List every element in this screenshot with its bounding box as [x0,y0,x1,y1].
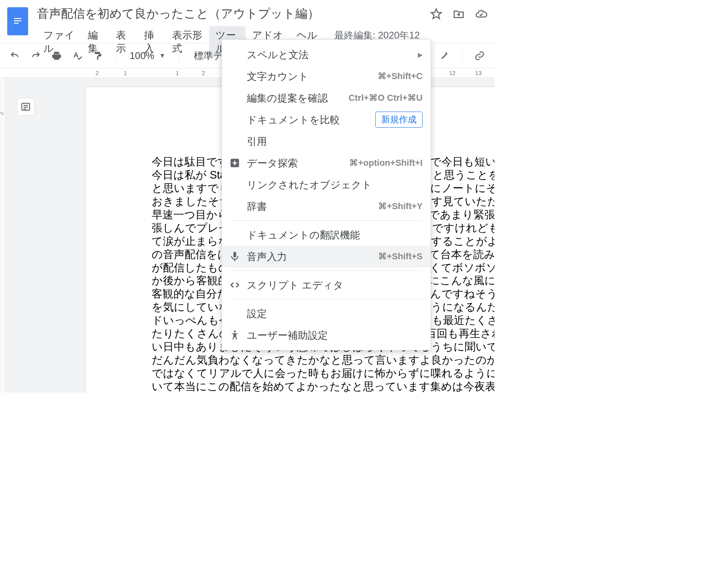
text-line[interactable]: いて本当にこの配信を始めてよかったなと思っています集めは今夜表情の演技 [152,380,494,393]
svg-rect-1 [14,20,22,21]
svg-rect-11 [234,252,236,257]
menu-review-suggestions[interactable]: 編集の提案を確認 Ctrl+⌘O Ctrl+⌘U [222,87,431,109]
menu-script-editor[interactable]: スクリプト エディタ [222,274,431,296]
menu-separator [230,271,423,271]
redo-button[interactable] [29,49,43,63]
menu-linked-objects[interactable]: リンクされたオブジェクト [222,174,431,195]
menu-item-label: ドキュメントの翻訳機能 [247,228,360,242]
text-line[interactable]: だんだん気負わなくなってきたかなと思って言いますよ良かったのかなと思ってい [152,354,494,367]
move-folder-icon[interactable] [453,8,465,20]
print-button[interactable] [50,49,63,63]
menu-item-label: スペルと文法 [247,48,309,61]
ruler-tick: 1 [176,69,179,76]
menu-citations[interactable]: 引用 [222,130,431,152]
svg-rect-0 [14,18,22,19]
menu-voice-typing[interactable]: 音声入力 ⌘+Shift+S [222,246,431,267]
menu-word-count[interactable]: 文字カウント ⌘+Shift+C [222,65,431,87]
menu-spelling-grammar[interactable]: スペルと文法 ▶ [222,44,431,65]
menu-item-label: 編集の提案を確認 [247,92,328,105]
star-icon[interactable] [430,8,442,20]
menu-item-label: ユーザー補助設定 [247,329,328,342]
menu-item-label: 音声入力 [247,250,287,263]
insert-link-button[interactable] [473,49,486,63]
paint-format-button[interactable] [92,49,105,63]
ruler-tick: 2 [0,112,4,115]
menu-item-label: データ探索 [247,157,298,170]
outline-toggle-button[interactable] [17,98,35,116]
menu-compare-documents[interactable]: ドキュメントを比較 新規作成 [222,109,431,130]
ruler-tick: 2 [96,69,99,76]
spellcheck-button[interactable]: A [71,49,84,63]
svg-rect-2 [14,23,19,24]
undo-button[interactable] [8,49,22,63]
chevron-down-icon: ▼ [159,52,165,59]
menu-preferences[interactable]: 設定 [222,303,431,324]
ruler-tick: 13 [475,69,482,76]
cloud-status-icon[interactable] [475,8,487,20]
shortcut-label: ⌘+Shift+S [378,251,423,262]
toolbar-separator [179,50,179,62]
menu-separator [230,220,423,221]
shortcut-label: ⌘+Shift+C [378,71,423,81]
docs-logo[interactable] [7,7,28,35]
menu-item-label: 設定 [247,307,267,320]
shortcut-label: Ctrl+⌘O Ctrl+⌘U [348,93,423,103]
zoom-select[interactable]: 100% ▼ [126,50,169,61]
text-line[interactable]: ではなくてリアルで人に会った時もお届けに怖からずに喋れるようになってき [152,367,494,380]
docs-logo-icon [12,16,23,27]
ruler-tick: 1 [124,69,127,76]
document-title[interactable]: 音声配信を初めて良かったこと（アウトプット編） [37,4,422,24]
vertical-ruler[interactable]: 2 [0,78,6,393]
menu-accessibility[interactable]: ユーザー補助設定 [222,324,431,346]
explore-icon [229,157,240,169]
new-badge: 新規作成 [375,112,423,128]
menu-item-label: リンクされたオブジェクト [247,178,372,191]
menu-item-label: 文字カウント [247,70,309,83]
shortcut-label: ⌘+Shift+Y [378,201,423,212]
menu-separator [230,299,423,299]
app-header: 音声配信を初めて良かったこと（アウトプット編） ファイル 編集 表示 挿入 表示… [0,0,494,43]
shortcut-label: ⌘+option+Shift+I [349,158,423,168]
menu-item-label: 引用 [247,135,267,148]
menu-item-label: 辞書 [247,200,267,213]
accessibility-icon [229,330,240,341]
menu-item-label: スクリプト エディタ [247,279,344,292]
ruler-tick: 12 [449,69,456,76]
tools-dropdown-menu: スペルと文法 ▶ 文字カウント ⌘+Shift+C 編集の提案を確認 Ctrl+… [222,39,431,350]
svg-point-13 [234,330,236,332]
code-icon [229,279,240,291]
toolbar-separator [462,50,462,62]
mic-icon [229,251,240,262]
chevron-right-icon: ▶ [418,51,423,59]
menu-item-label: ドキュメントを比較 [247,113,340,126]
ruler-tick: 2 [202,69,205,76]
zoom-value: 100% [130,50,154,61]
menu-dictionary[interactable]: 辞書 ⌘+Shift+Y [222,195,431,217]
menu-explore[interactable]: データ探索 ⌘+option+Shift+I [222,152,431,174]
toolbar-separator [116,50,116,62]
header-icons [430,8,487,20]
menu-translate-document[interactable]: ドキュメントの翻訳機能 [222,224,431,246]
highlight-button[interactable] [438,49,451,63]
svg-marker-3 [431,9,441,19]
